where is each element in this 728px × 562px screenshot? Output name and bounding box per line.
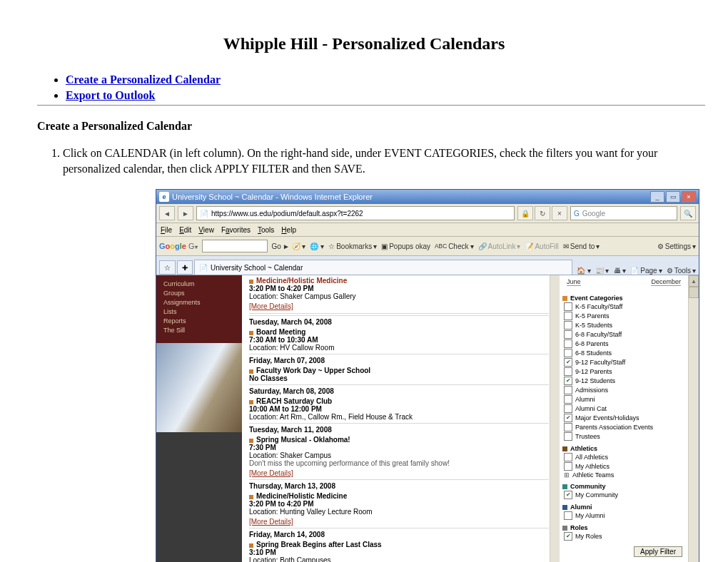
filter-option[interactable]: ✔Major Events/Holidays <box>564 414 685 422</box>
maximize-button[interactable]: ▭ <box>666 191 680 203</box>
menu-file[interactable]: File <box>161 226 172 234</box>
filter-checkbox[interactable] <box>564 349 572 357</box>
more-details-link[interactable]: [More Details] <box>249 469 293 477</box>
filter-option[interactable]: Alumni <box>564 395 685 404</box>
sidebar-photo <box>156 343 242 432</box>
filter-checkbox[interactable]: ✔ <box>564 532 572 541</box>
google-bookmarks[interactable]: ☆ Bookmarks▾ <box>328 242 377 250</box>
google-autofill[interactable]: 📝 AutoFill <box>525 242 558 250</box>
filter-checkbox[interactable] <box>564 339 572 348</box>
filter-checkbox[interactable] <box>564 462 572 471</box>
filter-option[interactable]: ✔9-12 Faculty/Staff <box>564 358 685 367</box>
filter-checkbox[interactable] <box>564 367 572 376</box>
google-settings[interactable]: ⚙ Settings▾ <box>657 242 696 250</box>
filter-checkbox[interactable] <box>564 511 572 520</box>
month-link-left[interactable]: June <box>567 278 581 286</box>
add-favorites-button[interactable]: ✚ <box>177 260 193 275</box>
toc-link-export[interactable]: Export to Outlook <box>66 89 155 101</box>
filter-group: AthleticsAll AthleticsMy Athletics⊞Athle… <box>562 445 685 479</box>
filter-option[interactable]: My Alumni <box>564 511 685 520</box>
filter-checkbox[interactable]: ✔ <box>564 414 572 422</box>
filter-option[interactable]: K-5 Parents <box>564 312 685 320</box>
event-bullet-icon <box>249 495 253 499</box>
filter-option[interactable]: ✔My Community <box>564 491 685 499</box>
scroll-thumb[interactable] <box>689 287 699 298</box>
browser-search-box[interactable]: G Google <box>570 206 677 220</box>
menu-edit[interactable]: Edit <box>179 226 191 234</box>
filter-option[interactable]: 6-8 Faculty/Staff <box>564 330 685 339</box>
month-link-right[interactable]: December <box>651 278 681 286</box>
back-button[interactable]: ◄ <box>159 206 175 220</box>
filter-checkbox[interactable] <box>564 423 572 431</box>
page-menu[interactable]: 📄 Page ▾ <box>630 267 662 275</box>
filter-option[interactable]: ⊞Athletic Teams <box>564 471 685 479</box>
browser-tab[interactable]: 📄 University School ~ Calendar <box>194 260 572 275</box>
toc-link-create[interactable]: Create a Personalized Calendar <box>66 73 221 86</box>
filter-option[interactable]: Alumni Cat <box>564 404 685 413</box>
google-spellcheck[interactable]: ABC Check ▾ <box>435 242 473 250</box>
filter-checkbox[interactable] <box>564 330 572 339</box>
google-autolink[interactable]: 🔗 AutoLink ▾ <box>478 242 521 250</box>
filter-option[interactable]: K-5 Faculty/Staff <box>564 302 685 311</box>
sidebar-item-reports[interactable]: Reports <box>163 317 235 325</box>
filter-checkbox[interactable] <box>564 321 572 329</box>
filter-option[interactable]: 6-8 Parents <box>564 339 685 348</box>
google-sendto[interactable]: ✉ Send to▾ <box>563 242 600 250</box>
filter-checkbox[interactable] <box>564 302 572 311</box>
sidebar-item-assignments[interactable]: Assignments <box>163 299 235 306</box>
sidebar-item-groups[interactable]: Groups <box>163 290 235 297</box>
address-bar[interactable]: 📄 https://www.us.edu/podium/default.aspx… <box>196 206 515 220</box>
expand-icon[interactable]: ⊞ <box>564 471 570 479</box>
filter-option[interactable]: All Athletics <box>564 453 685 461</box>
filter-option[interactable]: K-5 Students <box>564 321 685 329</box>
menu-tools[interactable]: Tools <box>258 226 274 234</box>
google-popups[interactable]: ▣ Popups okay <box>381 242 430 250</box>
favorites-star-button[interactable]: ☆ <box>159 260 176 275</box>
filter-checkbox[interactable] <box>564 312 572 320</box>
event-date-heading: Tuesday, March 11, 2008 <box>249 426 549 434</box>
filter-option-label: K-5 Faculty/Staff <box>575 303 622 310</box>
tools-menu[interactable]: ⚙ Tools ▾ <box>667 267 696 275</box>
filter-option[interactable]: Trustees <box>564 432 685 441</box>
close-button[interactable]: × <box>682 191 696 203</box>
menu-help[interactable]: Help <box>281 226 296 234</box>
filter-option[interactable]: Admissions <box>564 386 685 394</box>
filter-option[interactable]: ✔9-12 Students <box>564 377 685 385</box>
filter-checkbox[interactable]: ✔ <box>564 377 572 385</box>
print-button[interactable]: 🖶 ▾ <box>614 267 627 275</box>
scroll-up-icon[interactable]: ▲ <box>689 275 699 287</box>
events-scrollbar[interactable] <box>550 275 559 562</box>
stop-button[interactable]: × <box>552 206 567 220</box>
google-toolbar-search[interactable] <box>202 240 268 252</box>
google-go-button[interactable]: Go ► 🧭 ▾ <box>272 242 306 250</box>
sidebar-item-thesill[interactable]: The Sill <box>163 327 235 334</box>
more-details-link[interactable]: [More Details] <box>249 518 293 526</box>
google-news-button[interactable]: 🌐 ▾ <box>310 242 324 250</box>
filter-option[interactable]: 9-12 Parents <box>564 367 685 376</box>
window-scrollbar[interactable]: ▲ ▼ <box>688 275 699 562</box>
filter-checkbox[interactable] <box>564 395 572 404</box>
event-item: Medicine/Holistic Medicine3:20 PM to 4:2… <box>249 277 549 314</box>
sidebar-item-lists[interactable]: Lists <box>163 308 235 315</box>
sidebar-item-curriculum[interactable]: Curriculum <box>163 280 235 287</box>
filter-checkbox[interactable] <box>564 404 572 413</box>
forward-button[interactable]: ► <box>178 206 193 220</box>
more-details-link[interactable]: [More Details] <box>249 302 293 310</box>
filter-option[interactable]: My Athletics <box>564 462 685 471</box>
filter-checkbox[interactable] <box>564 432 572 441</box>
filter-option[interactable]: ✔My Roles <box>564 532 685 541</box>
home-button[interactable]: 🏠 ▾ <box>577 267 591 275</box>
feeds-button[interactable]: 📰 ▾ <box>595 267 610 275</box>
filter-option[interactable]: 6-8 Students <box>564 349 685 357</box>
filter-checkbox[interactable] <box>564 386 572 394</box>
minimize-button[interactable]: _ <box>650 191 664 203</box>
filter-checkbox[interactable]: ✔ <box>564 358 572 367</box>
search-go-button[interactable]: 🔍 <box>680 206 696 220</box>
apply-filter-button[interactable]: Apply Filter <box>634 546 682 557</box>
filter-option[interactable]: Parents Association Events <box>564 423 685 431</box>
menu-view[interactable]: View <box>198 226 214 234</box>
menu-favorites[interactable]: Favorites <box>221 226 251 234</box>
filter-checkbox[interactable]: ✔ <box>564 491 572 499</box>
refresh-button[interactable]: ↻ <box>535 206 550 220</box>
filter-checkbox[interactable] <box>564 453 572 461</box>
